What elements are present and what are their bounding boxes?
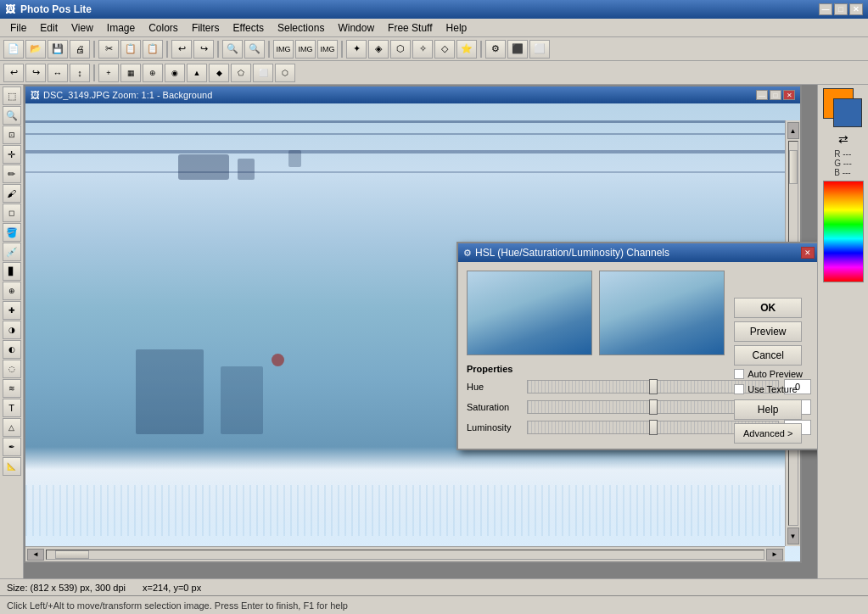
tool-gradient[interactable]: ▊ <box>3 262 21 281</box>
color-spectrum[interactable] <box>823 181 864 282</box>
menu-window[interactable]: Window <box>331 20 381 36</box>
hsl-title: HSL (Hue/Saturation/Luminosity) Channels <box>475 247 669 259</box>
menu-effects[interactable]: Effects <box>227 20 271 36</box>
tb-fx7[interactable]: ⚙ <box>485 40 506 59</box>
tb-fx4[interactable]: ✧ <box>412 40 433 59</box>
menu-free-stuff[interactable]: Free Stuff <box>381 20 439 36</box>
hsl-advanced-button[interactable]: Advanced > <box>734 423 802 444</box>
tb-fx5[interactable]: ◇ <box>434 40 455 59</box>
canvas-area[interactable]: 🖼 DSC_3149.JPG Zoom: 1:1 - Background — … <box>24 85 817 578</box>
tool-move[interactable]: ✛ <box>3 145 21 164</box>
tool-measure[interactable]: 📐 <box>3 457 21 476</box>
tool-zoom[interactable]: 🔍 <box>3 106 21 125</box>
menu-selections[interactable]: Selections <box>271 20 331 36</box>
tb-img2[interactable]: IMG <box>295 40 316 59</box>
menu-file[interactable]: File <box>3 20 33 36</box>
tb-new[interactable]: 📄 <box>3 40 24 59</box>
minimize-button[interactable]: — <box>819 3 832 15</box>
tb-cut[interactable]: ✂ <box>98 40 119 59</box>
menu-view[interactable]: View <box>64 20 100 36</box>
tb-save[interactable]: 💾 <box>48 40 68 59</box>
tb2-6[interactable]: ▦ <box>120 64 141 82</box>
tool-pencil[interactable]: ✏ <box>3 165 21 183</box>
tb-redo[interactable]: ↪ <box>193 40 214 59</box>
tb-undo[interactable]: ↩ <box>171 40 192 59</box>
tool-eraser[interactable]: ◻ <box>3 204 21 222</box>
close-button[interactable]: ✕ <box>849 3 863 15</box>
b-value: B --- <box>834 168 850 177</box>
doc-minimize[interactable]: — <box>756 90 768 100</box>
use-texture-checkbox[interactable] <box>734 384 744 394</box>
tb-copy[interactable]: 📋 <box>120 40 141 59</box>
menu-filters[interactable]: Filters <box>185 20 227 36</box>
tb-paste[interactable]: 📋 <box>143 40 163 59</box>
tool-brush[interactable]: 🖌 <box>3 184 21 203</box>
tb-img1[interactable]: IMG <box>273 40 294 59</box>
tb-fx6[interactable]: ⭐ <box>456 40 477 59</box>
tb2-13[interactable]: ⬡ <box>275 64 295 82</box>
menu-help[interactable]: Help <box>440 20 474 36</box>
hue-label: Hue <box>467 382 522 392</box>
tb-fx1[interactable]: ✦ <box>346 40 367 59</box>
tb2-3[interactable]: ↔ <box>48 64 68 82</box>
hsl-close-button[interactable]: ✕ <box>801 247 815 259</box>
h-scrollbar[interactable]: ◄ ► <box>25 546 785 561</box>
g-value: G --- <box>834 159 852 168</box>
saturation-label: Saturation <box>467 402 522 412</box>
tb-fx8[interactable]: ⬛ <box>507 40 528 59</box>
tool-crop[interactable]: ⊡ <box>3 126 21 144</box>
tb2-1[interactable]: ↩ <box>3 64 24 82</box>
tb-fx2[interactable]: ◈ <box>368 40 389 59</box>
tb2-5[interactable]: + <box>98 64 119 82</box>
tb2-4[interactable]: ↕ <box>70 64 90 82</box>
sep-5 <box>341 41 343 58</box>
doc-maximize[interactable]: □ <box>770 90 781 100</box>
tb2-7[interactable]: ⊕ <box>143 64 163 82</box>
foreground-color-swatch[interactable] <box>833 98 862 127</box>
hue-thumb[interactable] <box>649 379 658 394</box>
swap-colors-icon[interactable]: ⇄ <box>838 132 848 146</box>
doc-close[interactable]: ✕ <box>783 90 795 100</box>
menu-image[interactable]: Image <box>100 20 142 36</box>
tb-fx3[interactable]: ⬡ <box>390 40 411 59</box>
tool-burn[interactable]: ◐ <box>3 340 21 359</box>
tool-dodge[interactable]: ◑ <box>3 321 21 339</box>
hsl-preview-button[interactable]: Preview <box>734 321 802 342</box>
menu-edit[interactable]: Edit <box>33 20 64 36</box>
tool-fill[interactable]: 🪣 <box>3 223 21 242</box>
tb2-9[interactable]: ▲ <box>187 64 207 82</box>
toolbar-2: ↩ ↪ ↔ ↕ + ▦ ⊕ ◉ ▲ ◆ ⬠ ⬜ ⬡ <box>0 61 868 85</box>
color-swatches <box>823 88 864 129</box>
tb-fx9[interactable]: ⬜ <box>529 40 550 59</box>
tool-eyedropper[interactable]: 💉 <box>3 243 21 261</box>
tb2-11[interactable]: ⬠ <box>231 64 251 82</box>
b-label: B --- <box>834 168 852 177</box>
tb2-2[interactable]: ↪ <box>25 64 46 82</box>
tool-clone[interactable]: ⊕ <box>3 282 21 300</box>
hsl-cancel-button[interactable]: Cancel <box>734 345 802 366</box>
tool-pen[interactable]: ✒ <box>3 438 21 456</box>
tb-zoom-out[interactable]: 🔍 <box>244 40 265 59</box>
tb-print[interactable]: 🖨 <box>70 40 90 59</box>
menu-colors[interactable]: Colors <box>142 20 185 36</box>
tb2-8[interactable]: ◉ <box>165 64 185 82</box>
tb2-12[interactable]: ⬜ <box>253 64 273 82</box>
luminosity-thumb[interactable] <box>649 420 658 435</box>
tb-open[interactable]: 📂 <box>25 40 46 59</box>
tool-select[interactable]: ⬚ <box>3 87 21 105</box>
maximize-button[interactable]: □ <box>834 3 848 15</box>
tool-smudge[interactable]: ≋ <box>3 379 21 398</box>
tool-blur[interactable]: ◌ <box>3 360 21 378</box>
tb2-10[interactable]: ◆ <box>209 64 229 82</box>
hsl-ok-button[interactable]: OK <box>734 298 802 318</box>
tool-text[interactable]: T <box>3 399 21 417</box>
tool-heal[interactable]: ✚ <box>3 301 21 320</box>
tool-shape[interactable]: △ <box>3 418 21 437</box>
saturation-thumb[interactable] <box>649 399 658 415</box>
hsl-buttons: OK Preview Cancel Auto Preview Use Textu… <box>734 298 803 444</box>
hsl-help-button[interactable]: Help <box>734 399 802 420</box>
tb-zoom-in[interactable]: 🔍 <box>222 40 243 59</box>
sep-4 <box>268 41 270 58</box>
tb-img3[interactable]: IMG <box>317 40 338 59</box>
auto-preview-checkbox[interactable] <box>734 369 744 379</box>
